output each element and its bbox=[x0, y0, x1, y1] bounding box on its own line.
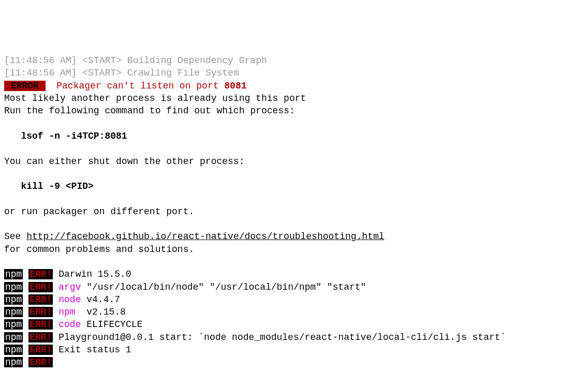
error-port: 8081 bbox=[224, 81, 246, 91]
info-line-3: You can either shut down the other proce… bbox=[4, 156, 244, 167]
log-line-1: [11:48:56 AM] <START> Building Dependenc… bbox=[4, 55, 267, 66]
err-label: ERR! bbox=[28, 345, 53, 355]
npm-err-key-node: node bbox=[58, 294, 81, 305]
err-label: ERR! bbox=[28, 357, 53, 367]
npm-err-darwin: Darwin 15.5.0 bbox=[53, 269, 131, 279]
npm-err-key-npm: npm bbox=[58, 307, 81, 317]
info-line-5: for common problems and solutions. bbox=[4, 244, 194, 255]
info-line-1: Most likely another process is already u… bbox=[4, 93, 306, 103]
err-label: ERR! bbox=[28, 332, 53, 343]
npm-label: npm bbox=[4, 332, 23, 343]
lsof-command: lsof -n -i4TCP:8081 bbox=[4, 131, 127, 141]
npm-label: npm bbox=[4, 357, 23, 367]
npm-label: npm bbox=[4, 269, 23, 279]
terminal-output: [11:48:56 AM] <START> Building Dependenc… bbox=[4, 54, 584, 368]
err-label: ERR! bbox=[28, 319, 53, 330]
err-label: ERR! bbox=[28, 294, 53, 305]
npm-err-node: v4.4.7 bbox=[81, 294, 120, 305]
npm-label: npm bbox=[4, 307, 23, 317]
error-message: Packager can't listen on port bbox=[46, 81, 225, 91]
npm-err-exit: Exit status 1 bbox=[53, 345, 131, 355]
kill-command: kill -9 <PID> bbox=[4, 181, 94, 191]
error-badge: ERROR bbox=[4, 81, 46, 91]
err-label: ERR! bbox=[28, 307, 53, 317]
npm-err-key-code: code bbox=[58, 319, 81, 330]
log-line-2: [11:48:56 AM] <START> Crawling File Syst… bbox=[4, 68, 239, 78]
err-label: ERR! bbox=[28, 282, 53, 292]
err-label: ERR! bbox=[28, 269, 53, 279]
npm-label: npm bbox=[4, 294, 23, 305]
see-prefix: See bbox=[4, 231, 26, 242]
npm-err-argv: "/usr/local/bin/node" "/usr/local/bin/np… bbox=[81, 282, 366, 292]
npm-label: npm bbox=[4, 319, 23, 330]
info-line-2: Run the following command to find out wh… bbox=[4, 106, 295, 116]
npm-err-key-argv: argv bbox=[58, 282, 81, 292]
troubleshooting-link[interactable]: http://facebook.github.io/react-native/d… bbox=[26, 231, 384, 242]
npm-err-npm: v2.15.8 bbox=[81, 307, 125, 317]
npm-label: npm bbox=[4, 282, 23, 292]
npm-err-script: Playground1@0.0.1 start: `node node_modu… bbox=[53, 332, 506, 343]
info-line-4: or run packager on different port. bbox=[4, 206, 194, 217]
npm-label: npm bbox=[4, 345, 23, 355]
npm-err-code: ELIFECYCLE bbox=[81, 319, 142, 330]
